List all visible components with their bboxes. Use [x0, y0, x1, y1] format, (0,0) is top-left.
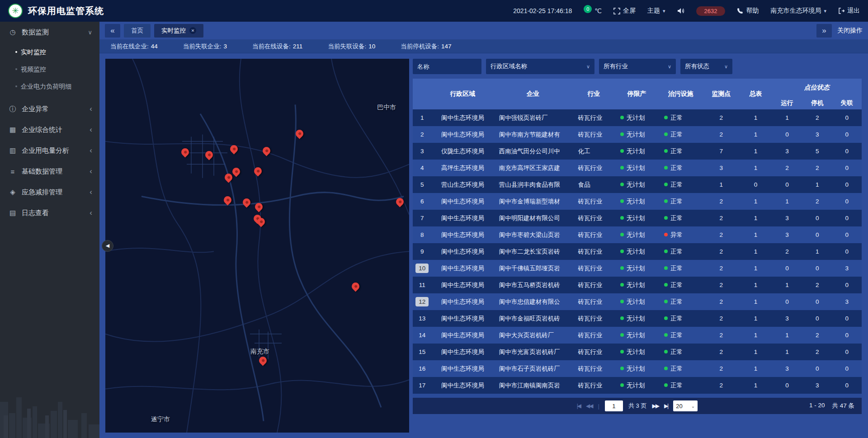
- map-pin[interactable]: [257, 218, 266, 230]
- cell-region: 南部生态环境局: [432, 394, 494, 398]
- cell-facility-status: 正常: [659, 210, 703, 226]
- table-row[interactable]: 8 阆中生态环境局 阆中市枣碧大梁山页岩 砖瓦行业 无计划 异常 2 1 3: [413, 226, 862, 243]
- table-row[interactable]: 1 阆中生态环境局 阆中强锐页岩砖厂 砖瓦行业 无计划 正常 2 1 1: [413, 109, 862, 126]
- logout-icon: [838, 8, 844, 14]
- collapse-left-button[interactable]: [102, 240, 113, 252]
- info-icon: [8, 105, 17, 113]
- help-button[interactable]: 帮助: [737, 7, 759, 15]
- tab-realtime-monitor[interactable]: 实时监控 ✕: [154, 24, 203, 38]
- map-pin[interactable]: [255, 203, 264, 214]
- org-menu[interactable]: 南充市生态环境局 ▾: [770, 7, 826, 15]
- logout-button[interactable]: 退出: [838, 7, 860, 15]
- cell-facility-status: 正常: [659, 293, 703, 310]
- table-row[interactable]: 14 阆中生态环境局 阆中大兴页岩机砖厂 砖瓦行业 无计划 正常 2 1 1: [413, 327, 862, 344]
- sidebar-item-data-monitoring[interactable]: 数据监测: [0, 22, 99, 42]
- table-row[interactable]: 17 阆中生态环境局 阆中市江南镇阆南页岩 砖瓦行业 无计划 正常 2 1 0: [413, 377, 862, 394]
- map-pin[interactable]: [242, 198, 251, 210]
- cell-company: 阆中市五马桥页岩机砖: [494, 277, 573, 293]
- cell-down: 1: [802, 176, 832, 193]
- map-pin[interactable]: [351, 282, 360, 294]
- sidebar-item-base-data[interactable]: 基础数据管理: [0, 161, 99, 182]
- map-pin[interactable]: [295, 129, 304, 141]
- table-row[interactable]: 11 阆中生态环境局 阆中市五马桥页岩机砖 砖瓦行业 无计划 正常 2 1 1: [413, 277, 862, 293]
- industry-filter-select[interactable]: 所有行业∨: [599, 59, 676, 74]
- cell-down: 2: [802, 109, 832, 126]
- sidebar-item-video-monitor[interactable]: 视频监控: [0, 61, 99, 78]
- cell-facility-status: 正常: [659, 310, 703, 327]
- scroll-tabs-left-button[interactable]: «: [105, 24, 120, 38]
- cell-run: 3: [772, 310, 802, 327]
- speaker-button[interactable]: [677, 8, 684, 14]
- cell-row-number: 10: [413, 260, 432, 277]
- cell-run: 1: [772, 109, 802, 126]
- cell-down: 2: [802, 160, 832, 176]
- next-page-icon[interactable]: [652, 403, 658, 409]
- table-row[interactable]: 16 阆中生态环境局 阆中市石子页岩机砖厂 砖瓦行业 无计划 正常 2 1 3: [413, 360, 862, 377]
- cell-facility-status: 正常: [659, 377, 703, 394]
- map-pin[interactable]: [259, 356, 268, 368]
- cell-meters: 1: [740, 160, 772, 176]
- name-filter-input[interactable]: [413, 59, 481, 74]
- map-pin[interactable]: [254, 167, 263, 179]
- table-row[interactable]: 3 仪陇生态环境局 西南油气田分公司川中 化工 无计划 正常 7 1 3: [413, 143, 862, 160]
- close-icon[interactable]: ✕: [189, 27, 196, 34]
- sidebar-item-enterprise-anomaly[interactable]: 企业异常: [0, 99, 99, 119]
- first-page-icon[interactable]: [577, 403, 580, 409]
- sidebar-item-power-load-detail[interactable]: 企业电力负荷明细: [0, 78, 99, 95]
- prev-page-icon[interactable]: [586, 403, 592, 409]
- table-row[interactable]: 4 高坪生态环境局 南充市高坪区王家店建 砖瓦行业 无计划 正常 3 1 2: [413, 160, 862, 176]
- sidebar-item-log-view[interactable]: 日志查看: [0, 203, 99, 223]
- table-row[interactable]: 10 阆中生态环境局 阆中千佛镇五郎垭页岩 砖瓦行业 无计划 正常 2 1 0: [413, 260, 862, 277]
- table-row[interactable]: 13 阆中生态环境局 阆中市金福旺页岩机砖 砖瓦行业 无计划 正常 2 1 3: [413, 310, 862, 327]
- last-page-icon[interactable]: [664, 403, 668, 409]
- tab-home[interactable]: 首页: [124, 24, 151, 38]
- table-row[interactable]: 12 阆中生态环境局 阆中市忠信建材有限公 砖瓦行业 无计划 正常 2 1 0: [413, 293, 862, 310]
- table-row[interactable]: 18 南部生态环境局 南部县雄狮水泥有限公 建材 无计划 正常 2 1 0: [413, 394, 862, 398]
- status-dot-icon: [620, 367, 624, 370]
- map-pin[interactable]: [181, 148, 190, 160]
- map-pin[interactable]: [232, 167, 241, 179]
- alarm-count-badge[interactable]: 2632: [696, 6, 726, 16]
- map-pin[interactable]: [223, 196, 232, 208]
- fullscreen-button[interactable]: 全屏: [613, 7, 636, 15]
- scroll-tabs-right-button[interactable]: »: [816, 24, 832, 38]
- skyline-decoration: [0, 370, 99, 438]
- sidebar-item-power-analysis[interactable]: 企业用电量分析: [0, 140, 99, 161]
- status-filter-select[interactable]: 所有状态∨: [680, 59, 732, 74]
- table-row[interactable]: 15 阆中生态环境局 阆中市光富页岩机砖厂 砖瓦行业 无计划 正常 2 1 1: [413, 344, 862, 360]
- map-pin[interactable]: [230, 145, 239, 156]
- cell-row-number: 5: [413, 176, 432, 193]
- table-row[interactable]: 5 营山生态环境局 营山县润丰肉食品有限 食品 无计划 正常 1 0 0: [413, 176, 862, 193]
- map-pin[interactable]: [205, 151, 214, 163]
- cell-meters: 1: [740, 344, 772, 360]
- map-pin[interactable]: [262, 146, 271, 158]
- chevron-down-icon: ∨: [586, 64, 590, 70]
- page-size-select[interactable]: 20 ⌄: [673, 400, 698, 411]
- cell-region: 阆中生态环境局: [432, 243, 494, 260]
- table-row[interactable]: 9 阆中生态环境局 阆中市二龙长宝页岩砖 砖瓦行业 无计划 正常 2 1 2: [413, 243, 862, 260]
- sidebar-item-emergency-management[interactable]: 应急减排管理: [0, 182, 99, 203]
- cell-company: 阆中市忠信建材有限公: [494, 293, 573, 310]
- cell-lost: 0: [832, 193, 862, 210]
- col-header-points: 监测点: [703, 79, 739, 109]
- sidebar-item-realtime-monitor[interactable]: 实时监控: [0, 43, 99, 61]
- cell-down: 0: [802, 360, 832, 377]
- cell-points: 2: [703, 260, 739, 277]
- map-pin[interactable]: [396, 198, 405, 209]
- cell-row-number: 16: [413, 360, 432, 377]
- map-canvas[interactable]: 巴中市 南充市 遂宁市: [105, 59, 409, 433]
- cell-lost: 0: [832, 360, 862, 377]
- region-filter-select[interactable]: 行政区域名称∨: [486, 59, 594, 74]
- cell-company: 阆中大兴页岩机砖厂: [494, 327, 573, 344]
- close-operations-button[interactable]: 关闭操作: [837, 27, 863, 35]
- table-row[interactable]: 6 阆中生态环境局 阆中市金博瑞新型墙材 砖瓦行业 无计划 正常 2 1 1: [413, 193, 862, 210]
- table-row[interactable]: 7 阆中生态环境局 阆中明阳建材有限公司 砖瓦行业 无计划 正常 2 1 3: [413, 210, 862, 226]
- status-dot-icon: [664, 199, 668, 203]
- page-number-input[interactable]: [605, 400, 623, 411]
- sidebar-item-enterprise-statistics[interactable]: 企业综合统计: [0, 119, 99, 140]
- map-pin-icon: [350, 281, 361, 292]
- theme-menu[interactable]: 主题 ▾: [647, 7, 665, 15]
- cell-region: 阆中生态环境局: [432, 126, 494, 143]
- cell-row-number: 15: [413, 344, 432, 360]
- table-row[interactable]: 2 阆中生态环境局 阆中市南方节能建材有 砖瓦行业 无计划 正常 2 1 0: [413, 126, 862, 143]
